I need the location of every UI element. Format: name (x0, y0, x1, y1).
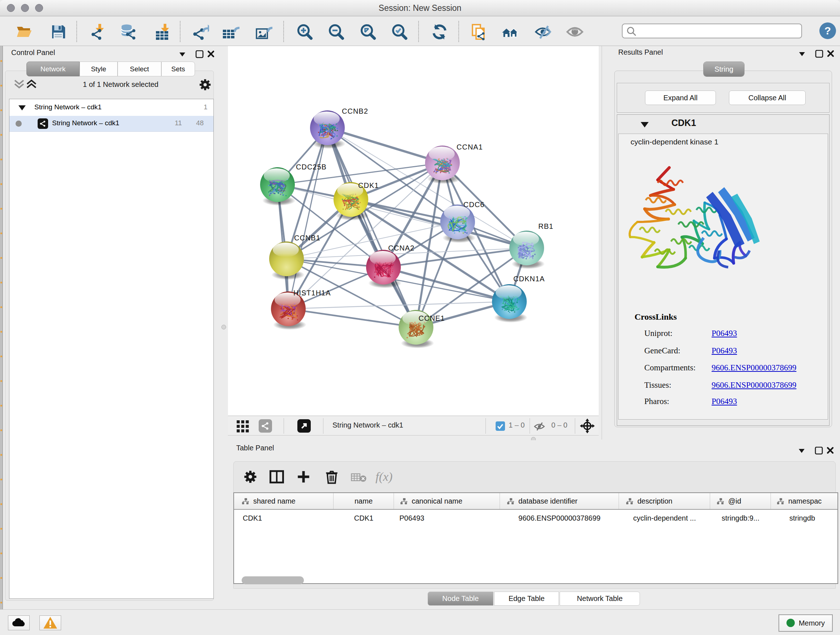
svg-text:CDKN1A: CDKN1A (513, 275, 545, 283)
svg-text:CDC25B: CDC25B (296, 163, 327, 171)
svg-text:CCNB1: CCNB1 (294, 234, 321, 242)
svg-text:CDC6: CDC6 (463, 201, 485, 209)
svg-text:CCNA2: CCNA2 (388, 244, 415, 252)
svg-text:CCNB2: CCNB2 (342, 107, 368, 115)
svg-text:CDK1: CDK1 (358, 181, 379, 189)
svg-text:HIST1H1A: HIST1H1A (294, 289, 331, 297)
svg-text:RB1: RB1 (538, 222, 554, 230)
svg-text:CCNE1: CCNE1 (418, 314, 445, 322)
svg-text:CCNA1: CCNA1 (456, 143, 483, 151)
